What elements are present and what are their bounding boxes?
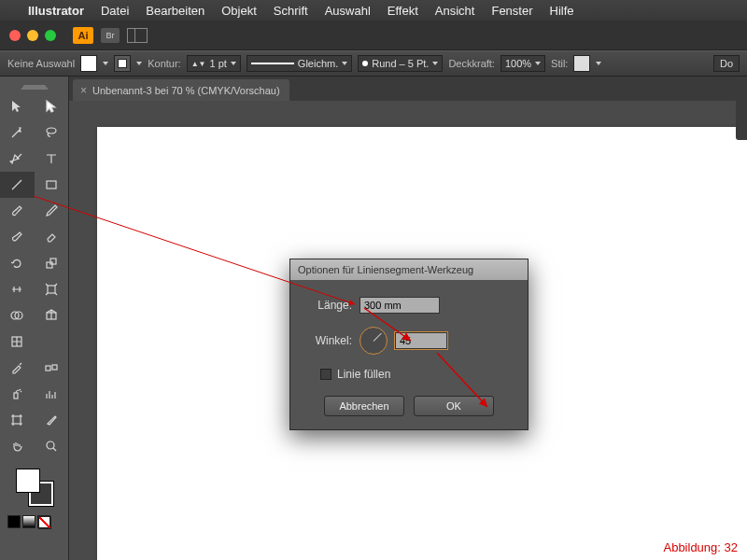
bridge-button[interactable]: Br: [101, 28, 120, 43]
document-tabs: × Unbenannt-3 bei 70 % (CMYK/Vorschau): [69, 77, 747, 101]
color-button[interactable]: [7, 515, 21, 528]
chevron-down-icon[interactable]: [596, 62, 601, 65]
shape-builder-tool[interactable]: [0, 302, 35, 329]
rotate-tool[interactable]: [0, 250, 35, 276]
slice-tool[interactable]: [35, 407, 69, 433]
minimize-window-button[interactable]: [27, 30, 38, 41]
zoom-tool[interactable]: [35, 433, 69, 459]
menu-type[interactable]: Schrift: [274, 4, 308, 18]
perspective-grid-tool[interactable]: [35, 302, 69, 329]
chevron-down-icon[interactable]: [136, 62, 142, 65]
stroke-profile-value: Gleichm.: [298, 58, 338, 69]
selection-status: Keine Auswahl: [7, 58, 75, 69]
figure-caption: Abbildung: 32: [663, 540, 738, 554]
menu-select[interactable]: Auswahl: [325, 4, 371, 18]
style-label: Stil:: [551, 58, 568, 69]
scale-tool[interactable]: [35, 250, 69, 276]
mac-menubar: Illustrator Datei Bearbeiten Objekt Schr…: [0, 0, 747, 21]
collapsed-panel-tab[interactable]: [736, 93, 747, 140]
menu-help[interactable]: Hilfe: [550, 4, 574, 18]
chevron-down-icon: [342, 62, 347, 65]
angle-label: Winkel:: [305, 334, 352, 347]
type-tool[interactable]: [35, 146, 69, 172]
svg-rect-13: [13, 416, 21, 424]
brush-value: Rund – 5 Pt.: [372, 58, 429, 69]
hand-tool[interactable]: [0, 433, 35, 459]
lasso-tool[interactable]: [35, 119, 69, 146]
svg-point-14: [47, 441, 54, 449]
paintbrush-tool[interactable]: [0, 198, 35, 224]
traffic-lights: [9, 30, 56, 41]
menu-window[interactable]: Fenster: [491, 4, 532, 18]
opacity-label: Deckkraft:: [448, 58, 495, 69]
symbol-sprayer-tool[interactable]: [0, 381, 35, 407]
close-tab-icon[interactable]: ×: [80, 84, 87, 97]
length-input[interactable]: [359, 297, 440, 314]
angle-dial[interactable]: [359, 327, 388, 355]
brush-dropdown[interactable]: Rund – 5 Pt.: [358, 55, 443, 72]
artboard-tool[interactable]: [0, 407, 35, 433]
magic-wand-tool[interactable]: [0, 119, 35, 146]
arrange-documents-button[interactable]: [127, 28, 148, 43]
control-bar: Keine Auswahl Kontur: ▲▼1 pt Gleichm. Ru…: [0, 50, 747, 77]
eraser-tool[interactable]: [35, 224, 69, 250]
svg-rect-4: [48, 286, 55, 293]
mesh-tool[interactable]: [0, 329, 35, 355]
menu-file[interactable]: Datei: [101, 4, 129, 18]
chevron-down-icon[interactable]: [103, 62, 108, 65]
cancel-button[interactable]: Abbrechen: [324, 396, 404, 416]
gradient-button[interactable]: [22, 515, 35, 528]
chevron-down-icon: [231, 62, 236, 65]
fill-line-checkbox[interactable]: Linie füllen: [320, 368, 513, 381]
fill-stroke-swatch-pair[interactable]: [16, 469, 53, 506]
fill-line-label: Linie füllen: [337, 368, 390, 381]
stroke-label: Kontur:: [148, 58, 180, 69]
svg-rect-2: [47, 262, 52, 268]
dialog-title[interactable]: Optionen für Liniensegment-Werkzeug: [290, 259, 528, 280]
width-tool[interactable]: [0, 276, 35, 302]
document-tab[interactable]: × Unbenannt-3 bei 70 % (CMYK/Vorschau): [73, 79, 289, 101]
menu-edit[interactable]: Bearbeiten: [146, 4, 204, 18]
fill-color-swatch[interactable]: [16, 469, 40, 493]
gradient-tool[interactable]: [35, 329, 69, 355]
none-button[interactable]: [37, 515, 50, 528]
menu-effect[interactable]: Effekt: [388, 4, 418, 18]
free-transform-tool[interactable]: [35, 276, 69, 302]
stroke-weight-field[interactable]: ▲▼1 pt: [187, 55, 241, 72]
document-tab-title: Unbenannt-3 bei 70 % (CMYK/Vorschau): [92, 85, 280, 96]
panel-grip[interactable]: [0, 80, 68, 93]
svg-rect-11: [52, 365, 57, 370]
opacity-value: 100%: [505, 58, 531, 69]
line-segment-tool[interactable]: [0, 172, 35, 198]
fill-swatch[interactable]: [80, 55, 97, 72]
rectangle-tool[interactable]: [35, 172, 69, 198]
direct-selection-tool[interactable]: [35, 93, 69, 119]
app-menu[interactable]: Illustrator: [28, 4, 84, 18]
pen-tool[interactable]: [0, 146, 35, 172]
column-graph-tool[interactable]: [35, 381, 69, 407]
opacity-field[interactable]: 100%: [500, 55, 545, 72]
style-swatch[interactable]: [573, 55, 590, 72]
close-window-button[interactable]: [9, 30, 21, 41]
selection-tool[interactable]: [0, 93, 35, 119]
ok-button[interactable]: OK: [414, 396, 494, 416]
eyedropper-tool[interactable]: [0, 355, 35, 381]
chevron-down-icon: [432, 62, 438, 65]
stroke-profile-dropdown[interactable]: Gleichm.: [247, 55, 352, 72]
blend-tool[interactable]: [35, 355, 69, 381]
zoom-window-button[interactable]: [45, 30, 56, 41]
document-setup-button[interactable]: Do: [713, 55, 740, 72]
length-label: Länge:: [305, 299, 352, 312]
chevron-down-icon: [535, 62, 541, 65]
pencil-tool[interactable]: [35, 198, 69, 224]
svg-rect-12: [14, 393, 18, 399]
blob-brush-tool[interactable]: [0, 224, 35, 250]
menu-object[interactable]: Objekt: [221, 4, 257, 18]
stroke-weight-value: 1 pt: [209, 58, 226, 69]
svg-rect-1: [47, 181, 56, 189]
angle-input[interactable]: [395, 332, 447, 349]
menu-view[interactable]: Ansicht: [435, 4, 475, 18]
stroke-swatch[interactable]: [114, 55, 131, 72]
checkbox-icon: [320, 369, 331, 380]
svg-rect-10: [46, 366, 50, 371]
